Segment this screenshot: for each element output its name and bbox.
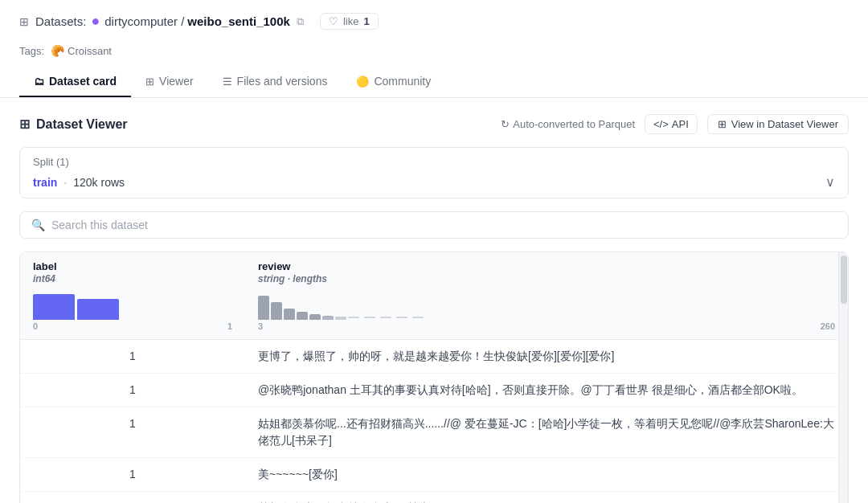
code-icon: </> [653,118,669,130]
split-name[interactable]: train [33,176,57,189]
mini-bar-6 [322,316,334,320]
like-label: like [343,15,359,27]
split-row: train · 120k rows ∨ [20,168,848,198]
split-separator: · [63,176,67,189]
viewer-actions: ↻ Auto-converted to Parquet </> API ⊞ Vi… [501,114,849,134]
review-cell-0: 更博了，爆照了，帅的呀，就是越来越爱你！生快俊缺[爱你][爱你][爱你] [245,340,848,374]
table-row: 1 美~~~~~~[爱你] [20,458,848,492]
label-cell-1: 1 [20,374,245,407]
datasets-icon: ⊞ [19,15,29,28]
scrollbar-thumb[interactable] [841,256,847,304]
viewer-icon: ⊞ [145,76,154,88]
dash-3 [380,317,391,318]
tab-dataset-card-label: Dataset card [49,75,117,88]
bar-label-0: 0 [33,321,38,331]
col-header-review: review string · lengths [245,252,848,340]
table-row: 1 更博了，爆照了，帅的呀，就是越来越爱你！生快俊缺[爱你][爱你][爱你] [20,340,848,374]
tab-dataset-card[interactable]: 🗂 Dataset card [19,67,131,97]
label-cell-4: 1 [20,492,245,504]
review-cell-4: 梦想有多大，舞台就有多大！[鼓掌] [245,492,848,504]
user-dot: ● [91,13,100,30]
tab-viewer-label: Viewer [159,75,194,88]
bar-0 [33,294,75,320]
chevron-down-icon[interactable]: ∨ [825,174,835,190]
range-start: 3 [258,321,263,331]
mini-bar-2 [271,302,282,320]
data-table: label int64 0 1 review string · [20,252,848,503]
croissant-emoji: 🥐 [51,44,64,57]
table-row: 1 梦想有多大，舞台就有多大！[鼓掌] [20,492,848,504]
tags-label: Tags: [19,45,44,57]
split-header-text: Split (1) [33,156,69,168]
col-label-type: int64 [33,273,232,284]
heart-icon: ♡ [329,15,338,27]
mini-bar-3 [284,309,295,320]
review-range-labels: 3 260 [258,321,835,331]
col-review-name: review [258,260,835,272]
mini-bar-7 [335,317,346,320]
table-row: 1 @张晓鸭jonathan 土耳其的事要认真对待[哈哈]，否则直接开除。@丁丁… [20,374,848,407]
like-count: 1 [363,15,369,27]
tags-row: Tags: 🥐 Croissant [19,38,849,67]
tag-croissant[interactable]: 🥐 Croissant [51,44,112,57]
review-cell-2: 姑姐都羡慕你呢...还有招财猫高兴......//@ 爱在蔓延-JC：[哈哈]小… [245,407,848,458]
auto-converted-item: ↻ Auto-converted to Parquet [501,118,635,130]
dash-1 [348,317,359,318]
dataset-viewer-title-text: Dataset Viewer [36,117,128,132]
label-cell-0: 1 [20,340,245,374]
mini-bar-5 [309,314,321,320]
dash-4 [396,317,407,318]
search-icon: 🔍 [31,219,45,231]
community-icon: 🟡 [356,76,369,88]
search-input[interactable] [51,219,837,231]
grid-icon: ⊞ [19,117,30,132]
tab-viewer[interactable]: ⊞ Viewer [131,67,208,97]
dataset-viewer-header: ⊞ Dataset Viewer ↻ Auto-converted to Par… [19,114,849,134]
dash-5 [412,317,424,318]
tag-name: Croissant [68,45,112,57]
tab-files-versions[interactable]: ☰ Files and versions [208,67,342,97]
repo-name[interactable]: weibo_senti_100k [187,14,290,28]
page-header: ⊞ Datasets: ● dirtycomputer / weibo_sent… [0,0,868,98]
api-button[interactable]: </> API [645,114,698,134]
bar-label-1: 1 [227,321,232,331]
scrollbar[interactable] [838,252,848,503]
col-header-label: label int64 0 1 [20,252,245,340]
table-container: label int64 0 1 review string · [19,251,849,503]
username[interactable]: dirtycomputer [104,14,178,28]
copy-icon[interactable]: ⧉ [297,15,304,28]
datasets-label: Datasets: [35,14,86,28]
api-label: API [672,118,689,130]
search-row: 🔍 [19,211,849,239]
like-button[interactable]: ♡ like 1 [320,13,379,30]
table-icon: ⊞ [718,118,727,130]
mini-bar-1 [258,296,269,320]
col-label-name: label [33,260,232,272]
tab-community[interactable]: 🟡 Community [342,67,445,97]
label-cell-2: 1 [20,407,245,458]
label-cell-3: 1 [20,458,245,492]
dataset-viewer-title: ⊞ Dataset Viewer [19,117,128,132]
dataset-card-icon: 🗂 [34,76,44,88]
view-label: View in Dataset Viewer [731,118,838,130]
review-cell-1: @张晓鸭jonathan 土耳其的事要认真对待[哈哈]，否则直接开除。@丁丁看世… [245,374,848,407]
review-cell-3: 美~~~~~~[爱你] [245,458,848,492]
bar-labels: 0 1 [33,321,232,331]
col-review-type: string · lengths [258,273,835,284]
mini-bar-4 [297,312,308,320]
tab-files-label: Files and versions [237,75,328,88]
sync-icon: ↻ [501,118,510,130]
tabs-bar: 🗂 Dataset card ⊞ Viewer ☰ Files and vers… [19,67,849,97]
split-header: Split (1) [20,148,848,168]
auto-converted-label: Auto-converted to Parquet [513,118,635,130]
slash: / [181,14,184,28]
dash-2 [364,317,375,318]
tab-community-label: Community [374,75,431,88]
breadcrumb: ⊞ Datasets: ● dirtycomputer / weibo_sent… [19,13,849,30]
files-icon: ☰ [223,76,232,88]
split-info: train · 120k rows [33,176,125,189]
range-end: 260 [821,321,835,331]
view-in-dataset-viewer-button[interactable]: ⊞ View in Dataset Viewer [707,114,849,134]
split-rows: 120k rows [73,176,125,189]
label-bar-chart [33,291,232,320]
